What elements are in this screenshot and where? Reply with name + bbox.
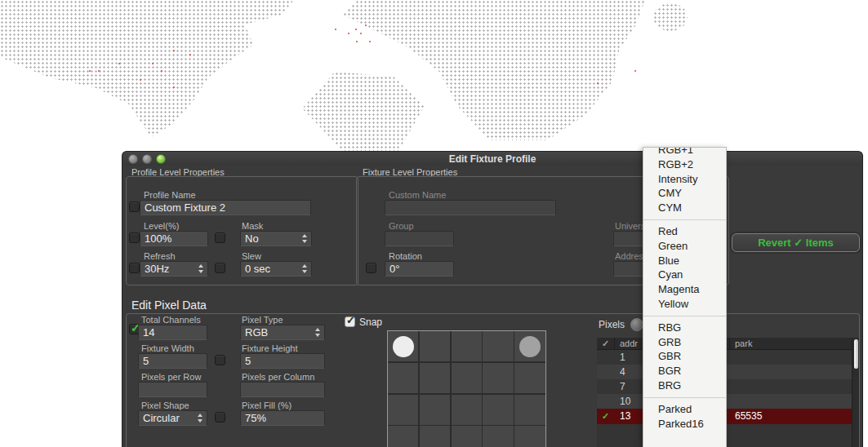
- pixels-panel-title: Pixels: [599, 319, 625, 330]
- window-titlebar[interactable]: Edit Fixture Profile: [122, 152, 862, 166]
- menu-item[interactable]: RGB+2: [643, 157, 726, 172]
- menu-item[interactable]: RGB+1: [643, 147, 726, 157]
- stepper-icon: [300, 233, 309, 244]
- column-header-park[interactable]: park: [730, 338, 852, 350]
- map-islands: [653, 3, 688, 31]
- group-label: Group: [389, 221, 414, 231]
- menu-item[interactable]: GRB: [643, 335, 726, 350]
- check-icon: ✓: [346, 314, 355, 326]
- map-red-dot: [369, 41, 371, 42]
- menu-item[interactable]: Parked: [643, 402, 726, 417]
- pixels-per-row-label: Pixels per Row: [141, 372, 201, 382]
- menu-item[interactable]: BRG: [643, 378, 726, 393]
- pixel-type-select[interactable]: RGB: [240, 325, 325, 340]
- menu-separator: [643, 316, 726, 316]
- pixel-circle[interactable]: [519, 336, 541, 357]
- menu-item[interactable]: CYM: [643, 201, 726, 215]
- menu-item[interactable]: RBG: [643, 321, 726, 335]
- custom-name-label: Custom Name: [389, 190, 446, 200]
- pixel-section-title: Edit Pixel Data: [131, 299, 207, 312]
- screen: Edit Fixture Profile Profile Level Prope…: [0, 0, 868, 447]
- total-channels-label: Total Channels: [141, 315, 201, 325]
- profile-name-checkbox[interactable]: [129, 201, 140, 212]
- map-red-dot: [348, 33, 349, 34]
- stepper-icon: [314, 327, 322, 338]
- slew-select[interactable]: 0 sec: [240, 261, 312, 277]
- pixels-options-button[interactable]: [630, 318, 643, 331]
- fixture-width-label: Fixture Width: [141, 343, 194, 353]
- map-red-dot: [634, 70, 636, 72]
- slew-checkbox[interactable]: [215, 263, 225, 273]
- menu-item[interactable]: BGR: [643, 364, 726, 378]
- profile-name-label: Profile Name: [144, 190, 196, 200]
- menu-separator: [643, 397, 726, 398]
- map-continent-south-america: [302, 72, 425, 151]
- menu-item[interactable]: Cyan: [643, 268, 726, 282]
- menu-item[interactable]: GBR: [643, 349, 726, 364]
- group-input[interactable]: [385, 231, 454, 246]
- menu-item[interactable]: Magenta: [643, 282, 726, 297]
- rotation-input[interactable]: 0°: [385, 261, 454, 277]
- pixel-fill-input[interactable]: 75%: [240, 410, 325, 426]
- rotation-label: Rotation: [389, 251, 422, 261]
- menu-item[interactable]: Green: [643, 239, 726, 254]
- refresh-select[interactable]: 30Hz: [140, 261, 208, 277]
- refresh-checkbox[interactable]: [129, 263, 140, 273]
- refresh-label: Refresh: [144, 251, 176, 261]
- mask-select[interactable]: No: [240, 231, 312, 246]
- map-red-dot: [356, 41, 358, 42]
- menu-item[interactable]: Red: [643, 224, 726, 239]
- mask-label: Mask: [242, 221, 263, 231]
- pixel-layout-grid[interactable]: [387, 330, 546, 447]
- map-red-dot: [335, 29, 336, 30]
- fixture-width-input[interactable]: 5: [138, 353, 207, 369]
- pixels-per-column-input[interactable]: [240, 382, 325, 397]
- scrollbar-thumb[interactable]: [854, 339, 858, 369]
- stepper-icon: [196, 413, 204, 423]
- table-scrollbar[interactable]: [852, 338, 859, 447]
- pixels-per-column-label: Pixels per Column: [242, 372, 314, 382]
- revert-items-button[interactable]: Revert ✓ Items: [732, 233, 860, 252]
- profile-name-input[interactable]: Custom Fixture 2: [140, 200, 311, 215]
- pixel-fill-checkbox[interactable]: [215, 412, 225, 423]
- pixel-shape-select[interactable]: Circular: [138, 410, 207, 426]
- window-title: Edit Fixture Profile: [122, 153, 862, 165]
- menu-separator: [643, 219, 726, 220]
- column-header-check[interactable]: ✓: [597, 338, 615, 350]
- level-input[interactable]: 100%: [140, 231, 208, 246]
- fixture-height-input[interactable]: 5: [240, 353, 325, 369]
- edit-fixture-profile-window: Edit Fixture Profile Profile Level Prope…: [122, 151, 863, 447]
- menu-item[interactable]: Parked16: [643, 417, 726, 432]
- pixel-circle[interactable]: [393, 336, 414, 357]
- custom-name-input[interactable]: [385, 200, 556, 215]
- pixel-type-label: Pixel Type: [242, 315, 283, 325]
- stepper-icon: [197, 263, 205, 274]
- pixel-fill-label: Pixel Fill (%): [242, 401, 292, 410]
- map-continent-north-america: [0, 0, 294, 139]
- map-red-dot: [355, 29, 357, 30]
- mask-checkbox[interactable]: [215, 232, 225, 243]
- level-label: Level(%): [144, 221, 179, 231]
- fixture-height-label: Fixture Height: [242, 343, 297, 353]
- menu-item[interactable]: CMY: [643, 186, 726, 201]
- level-checkbox[interactable]: [129, 232, 140, 243]
- total-channels-input[interactable]: 14: [138, 325, 207, 340]
- rotation-checkbox[interactable]: [366, 263, 376, 273]
- slew-label: Slew: [242, 251, 261, 261]
- menu-item[interactable]: Blue: [643, 254, 726, 268]
- snap-label: Snap: [359, 316, 382, 328]
- pixel-shape-label: Pixel Shape: [141, 401, 189, 410]
- stepper-icon: [300, 263, 309, 274]
- pixel-type-context-menu: RGB+1 RGB+2 Intensity CMY CYM Red Green …: [643, 147, 727, 447]
- menu-item[interactable]: Intensity: [643, 172, 726, 187]
- fixture-height-checkbox[interactable]: [215, 355, 225, 365]
- map-red-dot: [360, 33, 362, 34]
- menu-item[interactable]: Yellow: [643, 297, 726, 312]
- pixels-per-row-input[interactable]: [138, 382, 207, 397]
- snap-checkbox[interactable]: ✓: [345, 316, 355, 327]
